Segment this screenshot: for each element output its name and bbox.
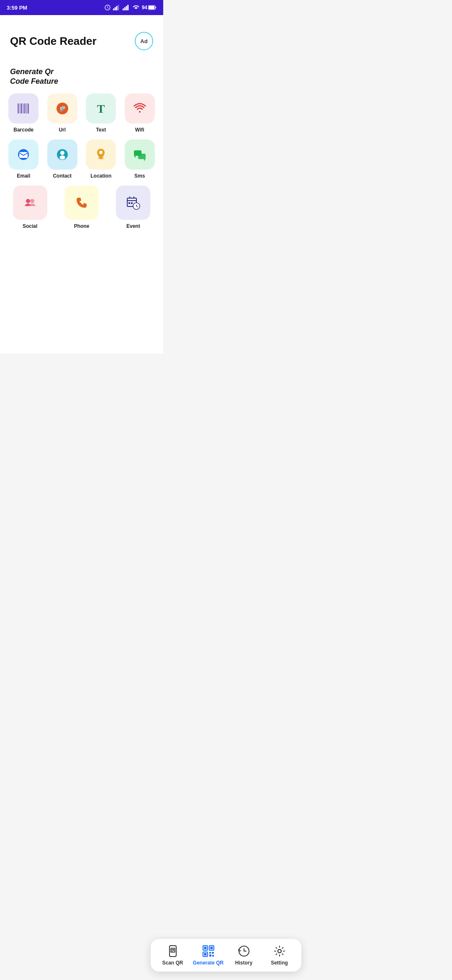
event-label: Event [126, 223, 140, 229]
url-icon: 🔗 [55, 101, 70, 116]
email-icon [16, 147, 31, 162]
social-icon-box [13, 186, 47, 220]
url-label: Url [59, 127, 66, 133]
svg-point-27 [101, 157, 104, 159]
phone-icon-box [64, 186, 99, 220]
svg-rect-17 [28, 103, 29, 113]
phone-icon [74, 195, 89, 210]
svg-rect-7 [127, 5, 128, 10]
event-icon [126, 195, 141, 210]
wifi-status-icon [132, 5, 140, 10]
wifi-feature-icon [132, 101, 147, 116]
wifi-label: Wifi [135, 127, 144, 133]
svg-rect-3 [118, 5, 119, 10]
feature-email[interactable]: Email [7, 139, 41, 179]
svg-point-26 [98, 157, 100, 159]
svg-rect-16 [26, 103, 27, 113]
social-label: Social [23, 223, 37, 229]
svg-rect-9 [149, 6, 154, 9]
sms-icon [132, 147, 147, 162]
header: QR Code Reader Ad [0, 15, 163, 59]
feature-url[interactable]: 🔗 Url [46, 93, 80, 133]
svg-text:🔗: 🔗 [59, 106, 65, 112]
svg-rect-37 [131, 202, 133, 204]
svg-rect-1 [114, 7, 116, 10]
svg-rect-15 [24, 103, 26, 113]
battery-indicator: 94 [142, 5, 157, 10]
section-label: Generate QrCode Feature [0, 59, 163, 93]
svg-rect-2 [116, 6, 117, 10]
feature-event[interactable]: Event [110, 186, 157, 229]
feature-phone[interactable]: Phone [58, 186, 105, 229]
wifi-icon-box [125, 93, 155, 124]
signal-icon-2 [123, 5, 130, 10]
status-time: 3:59 PM [7, 5, 27, 11]
social-icon [23, 195, 38, 210]
svg-point-31 [30, 199, 34, 203]
barcode-label: Barcode [13, 127, 33, 133]
contact-icon-box [47, 139, 77, 170]
feature-barcode[interactable]: Barcode [7, 93, 41, 133]
location-icon-box [86, 139, 116, 170]
feature-social[interactable]: Social [7, 186, 53, 229]
barcode-icon-box [8, 93, 39, 124]
svg-point-25 [99, 151, 103, 154]
event-icon-box [116, 186, 150, 220]
svg-text:T: T [97, 102, 105, 115]
feature-grid-row2: Email Contact [0, 139, 163, 179]
svg-rect-36 [128, 202, 130, 204]
app-title: QR Code Reader [10, 35, 97, 48]
status-bar: 3:59 PM 94 [0, 0, 163, 15]
svg-rect-4 [123, 8, 124, 10]
signal-icon-1 [113, 5, 121, 10]
svg-point-24 [60, 151, 64, 155]
svg-rect-5 [124, 7, 125, 10]
feature-grid-row1: Barcode 🔗 Url T Text [0, 93, 163, 133]
url-icon-box: 🔗 [47, 93, 77, 124]
status-icons: 94 [104, 4, 157, 11]
phone-label: Phone [74, 223, 90, 229]
feature-contact[interactable]: Contact [46, 139, 80, 179]
alarm-icon [104, 4, 111, 11]
svg-rect-6 [126, 6, 127, 10]
contact-icon [55, 147, 70, 162]
location-label: Location [90, 173, 111, 179]
feature-sms[interactable]: Sms [123, 139, 157, 179]
feature-grid-row3: Social Phone [0, 186, 163, 229]
svg-rect-29 [138, 154, 146, 159]
feature-wifi[interactable]: Wifi [123, 93, 157, 133]
svg-point-30 [26, 199, 30, 203]
sms-icon-box [125, 139, 155, 170]
svg-rect-10 [155, 7, 156, 9]
ad-badge[interactable]: Ad [135, 32, 153, 50]
feature-text[interactable]: T Text [84, 93, 118, 133]
email-icon-box [8, 139, 39, 170]
text-icon-box: T [86, 93, 116, 124]
svg-rect-11 [18, 103, 19, 113]
svg-rect-14 [23, 103, 24, 113]
location-icon [93, 147, 108, 162]
contact-label: Contact [53, 173, 72, 179]
email-label: Email [17, 173, 30, 179]
text-label: Text [96, 127, 106, 133]
battery-icon [148, 5, 157, 10]
svg-rect-0 [113, 8, 114, 10]
svg-rect-12 [20, 103, 21, 113]
feature-location[interactable]: Location [84, 139, 118, 179]
barcode-icon [16, 101, 31, 116]
svg-rect-13 [21, 103, 22, 113]
sms-label: Sms [134, 173, 145, 179]
main-content: QR Code Reader Ad Generate QrCode Featur… [0, 15, 163, 353]
text-icon: T [93, 101, 108, 116]
